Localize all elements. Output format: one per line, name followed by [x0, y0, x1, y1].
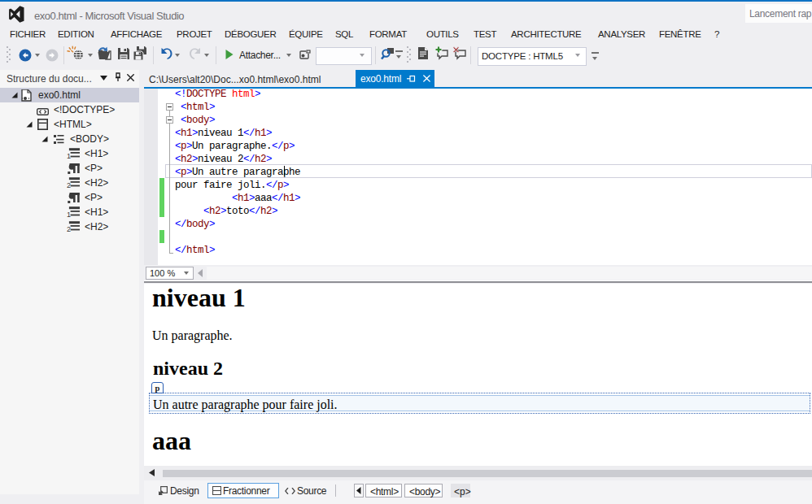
svg-text:2: 2 — [67, 225, 71, 233]
svg-text:2: 2 — [67, 181, 71, 189]
svg-text:1: 1 — [67, 211, 71, 219]
svg-text:1: 1 — [67, 152, 71, 160]
